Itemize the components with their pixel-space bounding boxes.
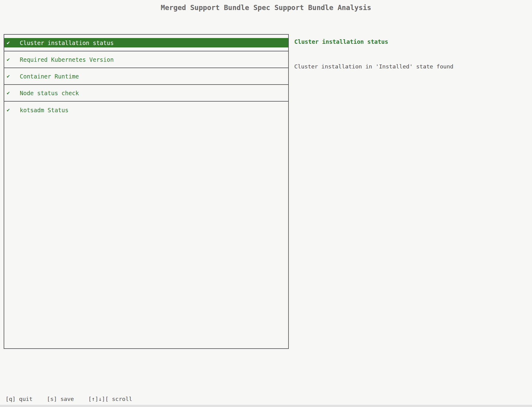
row-content: ✔ Node status check — [4, 88, 288, 98]
list-item-label: Node status check — [20, 90, 79, 96]
list-item-node-status-check[interactable]: ✔ Node status check — [4, 85, 288, 102]
hint-scroll: [↑]↓][ scroll — [88, 396, 132, 402]
row-content: ✔ Container Runtime — [4, 71, 288, 81]
list-item-required-kubernetes-version[interactable]: ✔ Required Kubernetes Version — [4, 51, 288, 68]
list-item-container-runtime[interactable]: ✔ Container Runtime — [4, 68, 288, 85]
analyzer-screen: Merged Support Bundle Spec Support Bundl… — [0, 0, 532, 407]
list-item-kotsadm-status[interactable]: ✔ kotsadm Status — [4, 102, 288, 118]
check-icon: ✔ — [7, 74, 11, 79]
list-item-label: kotsadm Status — [20, 107, 68, 113]
detail-heading: Cluster installation status — [294, 38, 388, 45]
detail-body-text: Cluster installation in 'Installed' stat… — [294, 63, 453, 70]
list-item-label: Cluster installation status — [20, 40, 114, 46]
row-content: ✔ Required Kubernetes Version — [4, 55, 288, 64]
check-icon: ✔ — [7, 107, 11, 113]
check-icon: ✔ — [7, 40, 11, 45]
check-icon: ✔ — [7, 90, 11, 96]
list-item-label: Required Kubernetes Version — [20, 56, 114, 63]
bottom-edge-strip — [0, 405, 532, 407]
analyzer-list: ✔ Cluster installation status ✔ Required… — [4, 34, 289, 349]
hint-save: [s] save — [47, 396, 74, 402]
footer-keyboard-hints: [q] quit [s] save [↑]↓][ scroll — [5, 396, 132, 402]
list-item-label: Container Runtime — [20, 73, 79, 80]
page-title: Merged Support Bundle Spec Support Bundl… — [0, 4, 532, 12]
check-icon: ✔ — [7, 57, 11, 62]
selected-highlight: ✔ Cluster installation status — [4, 38, 288, 47]
list-item-cluster-installation-status[interactable]: ✔ Cluster installation status — [4, 35, 288, 51]
hint-quit: [q] quit — [5, 396, 33, 402]
row-content: ✔ kotsadm Status — [4, 105, 288, 115]
